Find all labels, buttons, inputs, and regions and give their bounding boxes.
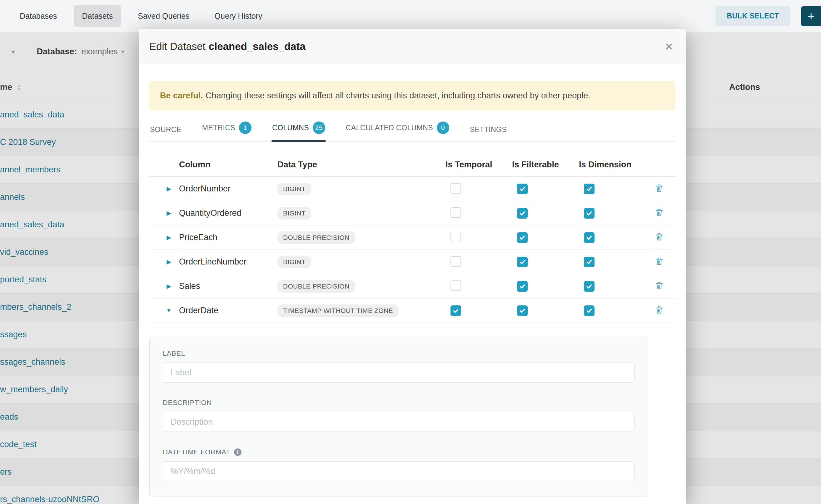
column-name: Sales [179, 281, 277, 291]
is-filterable-checkbox[interactable] [517, 208, 528, 219]
is-temporal-checkbox[interactable] [451, 207, 461, 218]
is-filterable-checkbox-cell [512, 184, 579, 194]
delete-column-button[interactable] [655, 232, 664, 242]
label-field-label: LABEL [163, 349, 635, 358]
is-temporal-checkbox[interactable] [451, 280, 461, 291]
modal-tab-calculated-columns[interactable]: CALCULATED COLUMNS0 [345, 121, 450, 141]
column-row-sales: ▶SalesDOUBLE PRECISION [149, 274, 675, 299]
column-name: OrderNumber [179, 184, 277, 194]
description-input[interactable] [163, 412, 635, 432]
close-icon[interactable]: × [665, 40, 673, 53]
is-dimension-checkbox-cell [579, 281, 646, 292]
is-dimension-checkbox-cell [579, 232, 646, 243]
is-dimension-checkbox[interactable] [584, 232, 595, 243]
expand-caret-icon[interactable]: ▶ [159, 185, 179, 192]
column-header-is-dimension: Is Dimension [579, 160, 646, 170]
delete-column-button[interactable] [655, 257, 664, 266]
is-filterable-checkbox[interactable] [517, 232, 528, 243]
top-nav: DatabasesDatasetsSaved QueriesQuery Hist… [0, 0, 821, 32]
is-filterable-checkbox[interactable] [517, 305, 528, 316]
is-temporal-checkbox-cell [446, 305, 512, 316]
is-filterable-checkbox[interactable] [517, 257, 528, 267]
delete-column-button[interactable] [655, 208, 664, 217]
columns-table-header: Column Data Type Is Temporal Is Filterab… [149, 142, 675, 177]
is-dimension-checkbox-cell [579, 184, 646, 194]
columns-table-body: ▶OrderNumberBIGINT▶QuantityOrderedBIGINT… [149, 177, 675, 323]
is-dimension-checkbox[interactable] [584, 257, 595, 267]
delete-column-button[interactable] [655, 281, 664, 290]
is-temporal-checkbox[interactable] [451, 232, 461, 242]
datetime-format-label-text: DATETIME FORMAT [163, 448, 230, 456]
nav-tab-saved-queries[interactable]: Saved Queries [130, 5, 197, 27]
is-dimension-checkbox[interactable] [584, 305, 595, 316]
data-type-pill: TIMESTAMP WITHOUT TIME ZONE [277, 304, 398, 317]
nav-tab-query-history[interactable]: Query History [206, 5, 270, 27]
delete-column-button[interactable] [655, 184, 664, 193]
expand-caret-icon[interactable]: ▶ [159, 283, 179, 290]
is-filterable-checkbox-cell [512, 257, 579, 267]
tab-label: SETTINGS [470, 126, 507, 134]
is-filterable-checkbox[interactable] [517, 184, 528, 194]
is-filterable-checkbox-cell [512, 208, 579, 219]
row-actions-cell [646, 184, 675, 194]
add-dataset-button[interactable]: + [801, 6, 821, 26]
column-row-ordernumber: ▶OrderNumberBIGINT [149, 177, 675, 201]
is-dimension-checkbox-cell [579, 208, 646, 219]
label-field-group: LABEL [163, 349, 635, 383]
nav-tab-databases[interactable]: Databases [12, 5, 65, 27]
data-type-cell: TIMESTAMP WITHOUT TIME ZONE [277, 304, 446, 317]
column-row-orderlinenumber: ▶OrderLineNumberBIGINT [149, 250, 675, 274]
tab-count-badge: 25 [313, 121, 325, 134]
bulk-select-button[interactable]: BULK SELECT [715, 6, 790, 26]
row-actions-cell [646, 305, 675, 316]
tab-label: SOURCE [150, 126, 181, 134]
modal-tab-columns[interactable]: COLUMNS25 [271, 121, 326, 141]
is-temporal-checkbox-cell [446, 232, 512, 244]
row-actions-cell [646, 232, 675, 243]
data-type-pill: BIGINT [277, 183, 311, 195]
warning-bold-text: Be careful. [160, 91, 203, 100]
label-input[interactable] [163, 363, 635, 383]
data-type-cell: DOUBLE PRECISION [277, 231, 446, 244]
delete-column-button[interactable] [655, 305, 664, 315]
modal-title: Edit Datasetcleaned_sales_data [149, 41, 305, 52]
is-temporal-checkbox[interactable] [451, 183, 461, 194]
modal-title-prefix: Edit Dataset [149, 41, 205, 52]
info-icon[interactable]: i [234, 448, 241, 456]
is-temporal-checkbox[interactable] [451, 256, 461, 267]
edit-dataset-modal: Edit Datasetcleaned_sales_data × Be care… [139, 29, 686, 504]
is-dimension-checkbox[interactable] [584, 184, 595, 194]
collapse-caret-icon[interactable]: ▼ [159, 308, 179, 314]
is-temporal-checkbox[interactable] [451, 305, 461, 316]
tab-count-badge: 1 [239, 121, 251, 134]
modal-title-dataset: cleaned_sales_data [209, 41, 305, 52]
row-actions-cell [646, 257, 675, 267]
modal-tab-settings[interactable]: SETTINGS [469, 126, 507, 141]
is-dimension-checkbox[interactable] [584, 208, 595, 219]
is-dimension-checkbox[interactable] [584, 281, 595, 292]
nav-tab-datasets[interactable]: Datasets [74, 5, 121, 27]
description-field-group: DESCRIPTION [163, 399, 635, 432]
row-actions-cell [646, 208, 675, 219]
nav-tabs: DatabasesDatasetsSaved QueriesQuery Hist… [12, 5, 270, 27]
data-type-cell: DOUBLE PRECISION [277, 280, 446, 293]
columns-table: Column Data Type Is Temporal Is Filterab… [149, 142, 675, 323]
datetime-format-input[interactable] [163, 461, 635, 481]
is-filterable-checkbox-cell [512, 281, 579, 292]
is-temporal-checkbox-cell [446, 280, 512, 292]
expand-caret-icon[interactable]: ▶ [159, 210, 179, 217]
column-name: OrderLineNumber [179, 257, 277, 267]
is-filterable-checkbox[interactable] [517, 281, 528, 292]
expand-caret-icon[interactable]: ▶ [159, 258, 179, 265]
modal-tab-metrics[interactable]: METRICS1 [201, 121, 252, 141]
row-actions-cell [646, 281, 675, 292]
tab-count-badge: 0 [437, 121, 449, 134]
expand-caret-icon[interactable]: ▶ [159, 234, 179, 241]
column-detail-panel: LABEL DESCRIPTION DATETIME FORMAT i [149, 337, 648, 497]
tab-label: METRICS [202, 124, 235, 132]
description-field-label-text: DESCRIPTION [163, 399, 212, 407]
column-name: PriceEach [179, 233, 277, 242]
column-name: OrderDate [179, 306, 277, 315]
data-type-pill: DOUBLE PRECISION [277, 231, 355, 244]
modal-tab-source[interactable]: SOURCE [149, 126, 182, 141]
